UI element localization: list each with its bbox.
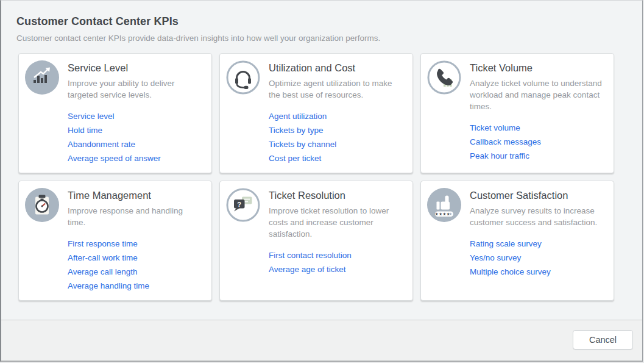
card-title: Ticket Resolution [269, 189, 403, 202]
kpi-link-ticket-volume[interactable]: Ticket volume [470, 124, 604, 132]
chat-question-icon: ? [226, 188, 260, 222]
kpi-link-after-call-work-time[interactable]: After-call work time [68, 254, 202, 262]
main-content: Customer Contact Center KPIs Customer co… [1, 1, 642, 320]
kpi-picker-window: Customer Contact Center KPIs Customer co… [0, 0, 643, 362]
kpi-link-agent-utilization[interactable]: Agent utilization [269, 112, 403, 121]
kpi-card-grid: Service Level Improve your ability to de… [18, 53, 614, 301]
card-title: Service Level [68, 61, 202, 74]
cancel-button[interactable]: Cancel [573, 330, 633, 350]
kpi-link-service-level[interactable]: Service level [68, 112, 202, 121]
card-ticket-resolution: ? Ticket Resolution Improve ticket resol… [219, 181, 413, 301]
kpi-link-peak-hour-traffic[interactable]: Peak hour traffic [470, 152, 604, 160]
card-title: Time Management [68, 189, 202, 202]
kpi-link-tickets-by-type[interactable]: Tickets by type [269, 126, 403, 135]
svg-text:★★★★: ★★★★ [435, 212, 450, 217]
card-time-management: Time Management Improve response and han… [18, 181, 212, 301]
stopwatch-clipboard-icon [25, 188, 59, 222]
page-subtitle: Customer contact center KPIs provide dat… [16, 34, 380, 43]
card-customer-satisfaction: ★★★★ ★ Customer Satisfaction Analyze sur… [420, 181, 614, 301]
card-description: Improve your ability to deliver targeted… [68, 77, 202, 101]
headset-icon [226, 60, 260, 95]
card-utilization-and-cost: Utilization and Cost Optimize agent util… [219, 53, 413, 173]
card-title: Customer Satisfaction [470, 189, 604, 202]
card-ticket-volume: Ticket Volume Analyze ticket volume to u… [420, 53, 614, 173]
kpi-link-abandonment-rate[interactable]: Abandonment rate [68, 140, 202, 149]
kpi-link-yes-no-survey[interactable]: Yes/no survey [470, 254, 604, 262]
bar-chart-growth-icon [25, 60, 59, 95]
card-description: Analyze ticket volume to understand work… [470, 77, 604, 112]
kpi-link-average-age-of-ticket[interactable]: Average age of ticket [269, 265, 403, 274]
kpi-link-first-contact-resolution[interactable]: First contact resolution [269, 251, 403, 260]
card-links: Rating scale survey Yes/no survey Multip… [470, 240, 604, 276]
kpi-link-rating-scale-survey[interactable]: Rating scale survey [470, 240, 604, 248]
card-title: Ticket Volume [470, 61, 604, 74]
svg-text:?: ? [237, 201, 241, 208]
kpi-link-first-response-time[interactable]: First response time [68, 240, 202, 248]
card-links: Service level Hold time Abandonment rate… [68, 112, 202, 163]
card-links: Ticket volume Callback messages Peak hou… [470, 124, 604, 160]
kpi-link-cost-per-ticket[interactable]: Cost per ticket [269, 154, 403, 163]
card-description: Improve response and handling time. [68, 205, 202, 228]
svg-text:★: ★ [449, 212, 453, 217]
kpi-link-hold-time[interactable]: Hold time [68, 126, 202, 135]
card-links: Agent utilization Tickets by type Ticket… [269, 112, 403, 163]
footer-bar: Cancel [1, 320, 642, 361]
phone-volume-icon [427, 60, 461, 95]
card-links: First response time After-call work time… [68, 240, 202, 290]
card-links: First contact resolution Average age of … [269, 251, 403, 274]
kpi-link-average-call-length[interactable]: Average call length [68, 268, 202, 276]
kpi-link-average-speed-of-answer[interactable]: Average speed of answer [68, 154, 202, 163]
card-title: Utilization and Cost [269, 61, 403, 74]
page-title: Customer Contact Center KPIs [16, 15, 179, 28]
card-description: Analyze survey results to increase custo… [470, 205, 604, 228]
kpi-link-tickets-by-channel[interactable]: Tickets by channel [269, 140, 403, 149]
kpi-link-callback-messages[interactable]: Callback messages [470, 138, 604, 146]
card-description: Optimize agent utilization to make the b… [269, 77, 403, 101]
kpi-link-average-handling-time[interactable]: Average handling time [68, 282, 202, 290]
thumbs-up-rating-icon: ★★★★ ★ [427, 188, 461, 222]
card-service-level: Service Level Improve your ability to de… [18, 53, 212, 173]
card-description: Improve ticket resolution to lower costs… [269, 205, 403, 240]
kpi-link-multiple-choice-survey[interactable]: Multiple choice survey [470, 268, 604, 276]
